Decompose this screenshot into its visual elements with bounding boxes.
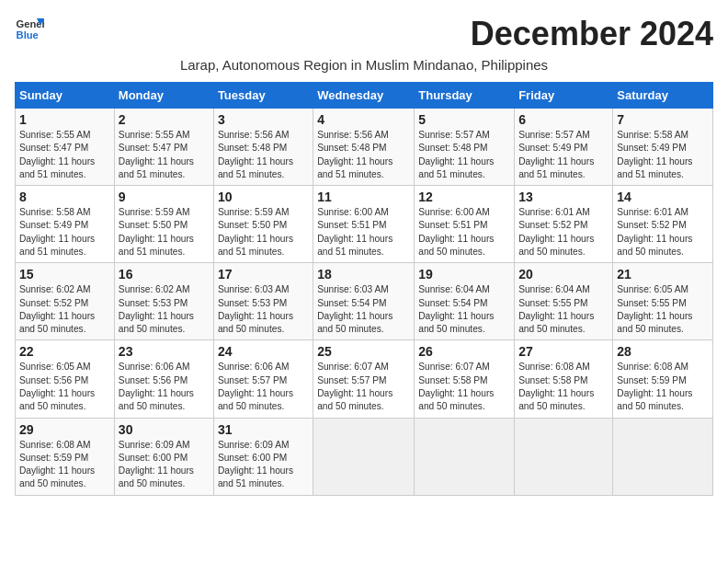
- calendar-day-cell: 4Sunrise: 5:56 AM Sunset: 5:48 PM Daylig…: [313, 109, 415, 186]
- calendar-day-cell: 31Sunrise: 6:09 AM Sunset: 6:00 PM Dayli…: [213, 418, 313, 495]
- calendar-day-cell: [313, 418, 415, 495]
- day-number: 12: [418, 190, 510, 204]
- day-info: Sunrise: 5:59 AM Sunset: 5:50 PM Dayligh…: [119, 206, 210, 259]
- day-info: Sunrise: 6:08 AM Sunset: 5:58 PM Dayligh…: [518, 361, 609, 413]
- day-number: 2: [119, 112, 210, 127]
- day-number: 4: [317, 112, 410, 127]
- calendar-day-cell: 5Sunrise: 5:57 AM Sunset: 5:48 PM Daylig…: [415, 109, 515, 186]
- day-number: 16: [119, 267, 210, 282]
- day-number: 11: [317, 190, 410, 204]
- page-header: General Blue December 2024: [15, 15, 713, 53]
- day-info: Sunrise: 6:04 AM Sunset: 5:54 PM Dayligh…: [418, 283, 510, 336]
- day-number: 26: [418, 344, 510, 359]
- day-number: 29: [19, 422, 110, 437]
- day-info: Sunrise: 6:06 AM Sunset: 5:57 PM Dayligh…: [218, 361, 309, 413]
- day-info: Sunrise: 6:09 AM Sunset: 6:00 PM Dayligh…: [218, 439, 309, 491]
- calendar-day-cell: 20Sunrise: 6:04 AM Sunset: 5:55 PM Dayli…: [515, 263, 613, 340]
- day-info: Sunrise: 6:03 AM Sunset: 5:53 PM Dayligh…: [218, 283, 309, 336]
- day-number: 21: [617, 267, 709, 282]
- calendar-week-row: 29Sunrise: 6:08 AM Sunset: 5:59 PM Dayli…: [16, 418, 713, 495]
- calendar-day-cell: 27Sunrise: 6:08 AM Sunset: 5:58 PM Dayli…: [515, 340, 613, 418]
- day-info: Sunrise: 6:02 AM Sunset: 5:53 PM Dayligh…: [119, 283, 210, 336]
- day-info: Sunrise: 6:08 AM Sunset: 5:59 PM Dayligh…: [19, 439, 110, 491]
- calendar-day-cell: 26Sunrise: 6:07 AM Sunset: 5:58 PM Dayli…: [415, 340, 515, 418]
- day-number: 24: [218, 344, 309, 359]
- svg-text:Blue: Blue: [17, 29, 39, 40]
- day-info: Sunrise: 6:00 AM Sunset: 5:51 PM Dayligh…: [418, 206, 510, 259]
- day-info: Sunrise: 5:57 AM Sunset: 5:49 PM Dayligh…: [518, 129, 609, 181]
- calendar-day-cell: 25Sunrise: 6:07 AM Sunset: 5:57 PM Dayli…: [313, 340, 415, 418]
- day-number: 6: [518, 112, 609, 127]
- calendar-header-cell: Friday: [515, 83, 613, 109]
- calendar-day-cell: 17Sunrise: 6:03 AM Sunset: 5:53 PM Dayli…: [213, 263, 313, 340]
- day-number: 9: [119, 190, 210, 204]
- calendar-day-cell: 19Sunrise: 6:04 AM Sunset: 5:54 PM Dayli…: [415, 263, 515, 340]
- calendar-week-row: 15Sunrise: 6:02 AM Sunset: 5:52 PM Dayli…: [16, 263, 713, 340]
- subtitle: Larap, Autonomous Region in Muslim Minda…: [15, 57, 713, 73]
- day-info: Sunrise: 6:03 AM Sunset: 5:54 PM Dayligh…: [317, 283, 410, 336]
- logo-icon: General Blue: [15, 15, 44, 44]
- day-info: Sunrise: 5:56 AM Sunset: 5:48 PM Dayligh…: [218, 129, 309, 181]
- calendar-day-cell: 3Sunrise: 5:56 AM Sunset: 5:48 PM Daylig…: [213, 109, 313, 186]
- calendar-day-cell: 22Sunrise: 6:05 AM Sunset: 5:56 PM Dayli…: [16, 340, 115, 418]
- day-number: 13: [518, 190, 609, 204]
- day-info: Sunrise: 5:58 AM Sunset: 5:49 PM Dayligh…: [19, 206, 110, 259]
- calendar-day-cell: 6Sunrise: 5:57 AM Sunset: 5:49 PM Daylig…: [515, 109, 613, 186]
- day-number: 27: [518, 344, 609, 359]
- day-number: 28: [617, 344, 709, 359]
- calendar-week-row: 8Sunrise: 5:58 AM Sunset: 5:49 PM Daylig…: [16, 186, 713, 263]
- logo: General Blue: [15, 15, 48, 44]
- day-info: Sunrise: 5:55 AM Sunset: 5:47 PM Dayligh…: [19, 129, 110, 181]
- day-info: Sunrise: 6:06 AM Sunset: 5:56 PM Dayligh…: [119, 361, 210, 413]
- calendar-header-cell: Thursday: [415, 83, 515, 109]
- day-number: 15: [19, 267, 110, 282]
- calendar-day-cell: 11Sunrise: 6:00 AM Sunset: 5:51 PM Dayli…: [313, 186, 415, 263]
- calendar-day-cell: 12Sunrise: 6:00 AM Sunset: 5:51 PM Dayli…: [415, 186, 515, 263]
- calendar-day-cell: [515, 418, 613, 495]
- calendar-header-cell: Saturday: [613, 83, 713, 109]
- calendar-header-cell: Wednesday: [313, 83, 415, 109]
- calendar-header-row: SundayMondayTuesdayWednesdayThursdayFrid…: [16, 83, 713, 109]
- calendar-day-cell: 28Sunrise: 6:08 AM Sunset: 5:59 PM Dayli…: [613, 340, 713, 418]
- day-number: 30: [119, 422, 210, 437]
- day-number: 17: [218, 267, 309, 282]
- day-number: 8: [19, 190, 110, 204]
- day-info: Sunrise: 5:59 AM Sunset: 5:50 PM Dayligh…: [218, 206, 309, 259]
- calendar-day-cell: [415, 418, 515, 495]
- day-info: Sunrise: 6:07 AM Sunset: 5:58 PM Dayligh…: [418, 361, 510, 413]
- month-title: December 2024: [471, 15, 713, 53]
- calendar-day-cell: [613, 418, 713, 495]
- calendar-day-cell: 30Sunrise: 6:09 AM Sunset: 6:00 PM Dayli…: [114, 418, 213, 495]
- calendar-day-cell: 24Sunrise: 6:06 AM Sunset: 5:57 PM Dayli…: [213, 340, 313, 418]
- calendar-header-cell: Sunday: [16, 83, 115, 109]
- day-number: 7: [617, 112, 709, 127]
- day-info: Sunrise: 6:02 AM Sunset: 5:52 PM Dayligh…: [19, 283, 110, 336]
- day-number: 19: [418, 267, 510, 282]
- day-info: Sunrise: 6:05 AM Sunset: 5:55 PM Dayligh…: [617, 283, 709, 336]
- calendar-day-cell: 8Sunrise: 5:58 AM Sunset: 5:49 PM Daylig…: [16, 186, 115, 263]
- day-number: 10: [218, 190, 309, 204]
- calendar-day-cell: 23Sunrise: 6:06 AM Sunset: 5:56 PM Dayli…: [114, 340, 213, 418]
- day-info: Sunrise: 6:05 AM Sunset: 5:56 PM Dayligh…: [19, 361, 110, 413]
- day-info: Sunrise: 5:58 AM Sunset: 5:49 PM Dayligh…: [617, 129, 709, 181]
- calendar-day-cell: 29Sunrise: 6:08 AM Sunset: 5:59 PM Dayli…: [16, 418, 115, 495]
- day-info: Sunrise: 6:01 AM Sunset: 5:52 PM Dayligh…: [518, 206, 609, 259]
- day-info: Sunrise: 5:55 AM Sunset: 5:47 PM Dayligh…: [119, 129, 210, 181]
- calendar-day-cell: 21Sunrise: 6:05 AM Sunset: 5:55 PM Dayli…: [613, 263, 713, 340]
- day-info: Sunrise: 5:56 AM Sunset: 5:48 PM Dayligh…: [317, 129, 410, 181]
- calendar-header-cell: Tuesday: [213, 83, 313, 109]
- calendar-day-cell: 10Sunrise: 5:59 AM Sunset: 5:50 PM Dayli…: [213, 186, 313, 263]
- day-info: Sunrise: 6:09 AM Sunset: 6:00 PM Dayligh…: [119, 439, 210, 491]
- day-number: 5: [418, 112, 510, 127]
- day-number: 25: [317, 344, 410, 359]
- calendar-table: SundayMondayTuesdayWednesdayThursdayFrid…: [15, 82, 713, 496]
- calendar-body: 1Sunrise: 5:55 AM Sunset: 5:47 PM Daylig…: [16, 109, 713, 496]
- day-info: Sunrise: 6:04 AM Sunset: 5:55 PM Dayligh…: [518, 283, 609, 336]
- day-info: Sunrise: 5:57 AM Sunset: 5:48 PM Dayligh…: [418, 129, 510, 181]
- calendar-day-cell: 18Sunrise: 6:03 AM Sunset: 5:54 PM Dayli…: [313, 263, 415, 340]
- day-number: 3: [218, 112, 309, 127]
- day-number: 1: [19, 112, 110, 127]
- calendar-day-cell: 14Sunrise: 6:01 AM Sunset: 5:52 PM Dayli…: [613, 186, 713, 263]
- day-info: Sunrise: 6:01 AM Sunset: 5:52 PM Dayligh…: [617, 206, 709, 259]
- day-number: 18: [317, 267, 410, 282]
